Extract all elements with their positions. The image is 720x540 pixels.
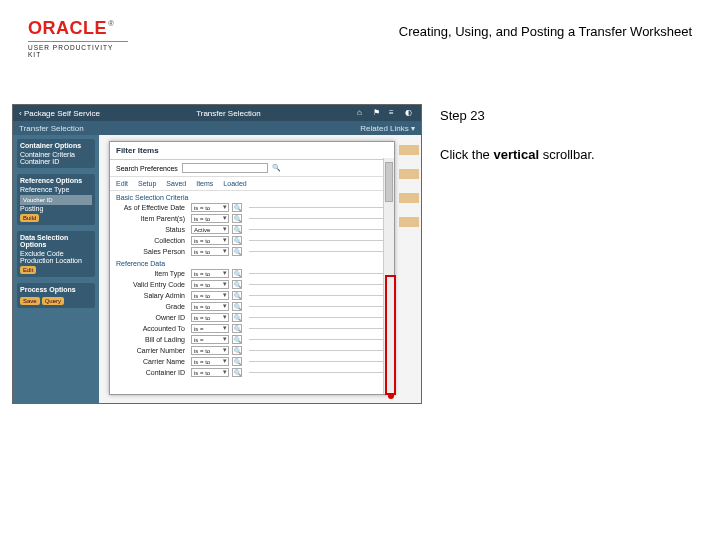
tab-edit[interactable]: Edit xyxy=(116,180,128,187)
main-area: Filter Items Search Preferences 🔍 Edit S… xyxy=(99,135,421,403)
form-row: Gradeis = to🔍 xyxy=(110,301,394,312)
secondbar-right[interactable]: Related Links ▾ xyxy=(360,124,415,133)
lookup-icon[interactable]: 🔍 xyxy=(232,247,242,256)
instr-bold: vertical xyxy=(493,147,539,162)
sidebar-item[interactable]: Container ID xyxy=(20,158,92,165)
lookup-icon[interactable]: 🔍 xyxy=(232,368,242,377)
form-row: Owner IDis = to🔍 xyxy=(110,312,394,323)
operator-select[interactable]: Active xyxy=(191,225,229,234)
section-basic: Basic Selection Criteria xyxy=(110,191,394,202)
field-label: Bill of Lading xyxy=(116,336,188,343)
sidebar-item[interactable]: Container Criteria xyxy=(20,151,92,158)
operator-select[interactable]: is = to xyxy=(191,313,229,322)
sidebar-item[interactable]: Production Location xyxy=(20,257,92,264)
value-input[interactable] xyxy=(249,229,388,230)
operator-select[interactable]: is = to xyxy=(191,214,229,223)
value-input[interactable] xyxy=(249,207,388,208)
operator-select[interactable]: is = to xyxy=(191,302,229,311)
lookup-icon[interactable]: 🔍 xyxy=(232,225,242,234)
section-reference: Reference Data xyxy=(110,257,394,268)
form-row: Accounted Tois = 🔍 xyxy=(110,323,394,334)
operator-select[interactable]: is = to xyxy=(191,236,229,245)
tab-setup[interactable]: Setup xyxy=(138,180,156,187)
brand-block: ORACLE® USER PRODUCTIVITY KIT xyxy=(28,18,128,58)
operator-select[interactable]: is = to xyxy=(191,247,229,256)
field-label: Owner ID xyxy=(116,314,188,321)
value-input[interactable] xyxy=(249,284,388,285)
operator-select[interactable]: is = to xyxy=(191,346,229,355)
lookup-icon[interactable]: 🔍 xyxy=(232,269,242,278)
field-label: Carrier Number xyxy=(116,347,188,354)
form-rows-1: As of Effective Dateis = to🔍Item Parent(… xyxy=(110,202,394,257)
dialog-tabs: Edit Setup Saved Items Loaded xyxy=(110,177,394,191)
search-input[interactable] xyxy=(182,163,268,173)
query-button[interactable]: Query xyxy=(42,297,64,305)
lookup-icon[interactable]: 🔍 xyxy=(232,291,242,300)
value-input[interactable] xyxy=(249,306,388,307)
sidebar-item[interactable]: Voucher ID xyxy=(20,195,92,205)
scrollbar-thumb[interactable] xyxy=(385,162,393,202)
value-input[interactable] xyxy=(249,339,388,340)
form-row: Carrier Numberis = to🔍 xyxy=(110,345,394,356)
instr-prefix: Click the xyxy=(440,147,493,162)
lookup-icon[interactable]: 🔍 xyxy=(232,203,242,212)
field-label: Sales Person xyxy=(116,248,188,255)
form-row: Valid Entry Codeis = to🔍 xyxy=(110,279,394,290)
user-icon[interactable]: ◐ xyxy=(405,108,415,118)
lookup-icon[interactable]: 🔍 xyxy=(232,302,242,311)
operator-select[interactable]: is = to xyxy=(191,357,229,366)
operator-select[interactable]: is = to xyxy=(191,291,229,300)
operator-select[interactable]: is = to xyxy=(191,203,229,212)
operator-select[interactable]: is = to xyxy=(191,368,229,377)
operator-select[interactable]: is = to xyxy=(191,269,229,278)
app-secondbar: Transfer Selection Related Links ▾ xyxy=(13,121,421,135)
lookup-icon[interactable]: 🔍 xyxy=(232,214,242,223)
form-row: Item Typeis = to🔍 xyxy=(110,268,394,279)
lookup-icon[interactable]: 🔍 xyxy=(232,313,242,322)
lookup-icon[interactable]: 🔍 xyxy=(232,357,242,366)
sidebar-item[interactable]: Exclude Code xyxy=(20,250,92,257)
form-row: Salary Adminis = to🔍 xyxy=(110,290,394,301)
value-input[interactable] xyxy=(249,273,388,274)
form-row: Carrier Nameis = to🔍 xyxy=(110,356,394,367)
lookup-icon[interactable]: 🔍 xyxy=(232,280,242,289)
value-input[interactable] xyxy=(249,361,388,362)
value-input[interactable] xyxy=(249,218,388,219)
lookup-icon[interactable]: 🔍 xyxy=(232,335,242,344)
value-input[interactable] xyxy=(249,328,388,329)
sidebar-item[interactable]: Reference Type xyxy=(20,186,92,193)
edit-button[interactable]: Edit xyxy=(20,266,36,274)
field-label: Carrier Name xyxy=(116,358,188,365)
value-input[interactable] xyxy=(249,372,388,373)
tab-loaded[interactable]: Loaded xyxy=(223,180,246,187)
tab-items[interactable]: Items xyxy=(196,180,213,187)
value-input[interactable] xyxy=(249,350,388,351)
field-label: Salary Admin xyxy=(116,292,188,299)
operator-select[interactable]: is = to xyxy=(191,280,229,289)
form-row: Container IDis = to🔍 xyxy=(110,367,394,378)
lookup-icon[interactable]: 🔍 xyxy=(232,236,242,245)
form-row: Bill of Ladingis = 🔍 xyxy=(110,334,394,345)
form-row: Collectionis = to🔍 xyxy=(110,235,394,246)
operator-select[interactable]: is = xyxy=(191,324,229,333)
operator-select[interactable]: is = xyxy=(191,335,229,344)
form-rows-2: Item Typeis = to🔍Valid Entry Codeis = to… xyxy=(110,268,394,378)
tab-saved[interactable]: Saved xyxy=(166,180,186,187)
build-button[interactable]: Build xyxy=(20,214,39,222)
back-link[interactable]: ‹ Package Self Service xyxy=(19,109,100,118)
doc-title: Creating, Using, and Posting a Transfer … xyxy=(399,24,692,39)
value-input[interactable] xyxy=(249,240,388,241)
flag-icon[interactable]: ⚑ xyxy=(373,108,383,118)
lookup-icon[interactable]: 🔍 xyxy=(232,324,242,333)
value-input[interactable] xyxy=(249,295,388,296)
home-icon[interactable]: ⌂ xyxy=(357,108,367,118)
search-icon[interactable]: 🔍 xyxy=(272,164,281,172)
field-label: Container ID xyxy=(116,369,188,376)
value-input[interactable] xyxy=(249,317,388,318)
value-input[interactable] xyxy=(249,251,388,252)
sidebar-item[interactable]: Posting xyxy=(20,205,92,212)
menu-icon[interactable]: ≡ xyxy=(389,108,399,118)
instr-suffix: scrollbar. xyxy=(539,147,595,162)
lookup-icon[interactable]: 🔍 xyxy=(232,346,242,355)
save-button[interactable]: Save xyxy=(20,297,40,305)
